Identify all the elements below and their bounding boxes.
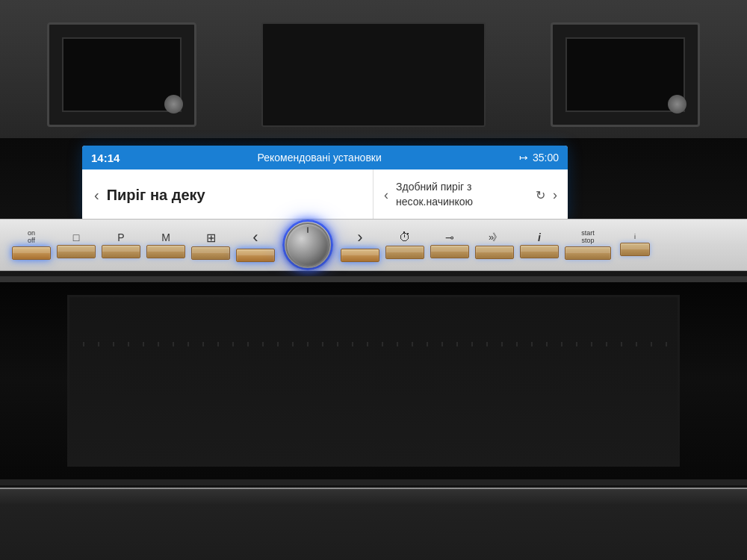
bg-oven-window-right — [565, 37, 685, 112]
left-nav-section: ‹ — [233, 228, 278, 262]
m-led — [146, 245, 185, 258]
p-led — [102, 245, 140, 258]
info-section: i — [517, 231, 562, 258]
m-icon: M — [161, 231, 170, 243]
right-nav-group: › — [341, 228, 379, 262]
p-section: P — [99, 231, 143, 258]
on-off-section: onoff — [9, 230, 54, 260]
square-led — [57, 245, 96, 258]
oven-interior — [67, 295, 680, 467]
clock-section: ⏱ — [382, 231, 427, 259]
start-stop-label: startstop — [581, 230, 595, 245]
display-screen: 14:14 Рекомендовані установки ↦ 35:00 ‹ … — [82, 146, 568, 220]
grid-button[interactable]: ⊞ — [206, 231, 216, 245]
left-nav-led — [236, 249, 275, 262]
background-oven-right — [551, 22, 700, 127]
extra-led — [620, 243, 650, 256]
bg-oven-window — [62, 37, 182, 112]
background-middle-unit — [261, 22, 486, 127]
status-title: Рекомендовані установки — [258, 152, 382, 164]
info-icon: i — [538, 231, 541, 243]
heat-button-group: »》 — [475, 231, 514, 259]
oven-main-body: 14:14 Рекомендовані установки ↦ 35:00 ‹ … — [0, 138, 747, 560]
right-nav-section: › — [338, 228, 382, 262]
heat-button[interactable]: »》 — [489, 231, 500, 244]
info-led — [520, 245, 559, 258]
temperature-knob-container — [278, 219, 338, 271]
oven-rack — [69, 342, 678, 346]
timer-value: 35:00 — [533, 152, 559, 164]
extra-section: i — [617, 234, 653, 256]
status-timer: ↦ 35:00 — [519, 152, 559, 164]
display-main-text: Пиріг на деку — [107, 187, 205, 204]
grid-led — [191, 246, 230, 260]
display-refresh-icon[interactable]: ↻ — [536, 188, 545, 202]
timer-icon: ↦ — [519, 152, 528, 164]
bg-oven-knob-right — [668, 95, 686, 113]
temperature-knob[interactable] — [285, 223, 330, 267]
heat-section: »》 — [472, 231, 517, 259]
background-oven-left — [47, 22, 196, 127]
info-button-group: i — [520, 231, 559, 258]
oven-window-inner — [0, 282, 747, 479]
start-stop-section: startstop — [562, 230, 614, 260]
left-nav-group: ‹ — [236, 228, 275, 262]
grid-section: ⊞ — [188, 231, 233, 260]
extra-label: i — [634, 234, 636, 241]
display-right-chevron[interactable]: › — [553, 187, 557, 203]
square-button-group: □ — [57, 231, 96, 258]
display-left-panel: ‹ Пиріг на деку — [82, 169, 374, 220]
bottom-frame-top — [0, 489, 747, 504]
square-button[interactable]: □ — [73, 231, 79, 243]
oven-window — [0, 276, 747, 485]
status-time: 14:14 — [91, 152, 120, 164]
start-stop-led — [565, 246, 611, 260]
display-content: ‹ Пиріг на деку ‹ Здобний пиріг з несок.… — [82, 169, 568, 220]
right-nav-led — [341, 249, 379, 262]
on-off-label: onoff — [28, 230, 35, 245]
extra-button-group: i — [620, 234, 650, 256]
p-button[interactable]: P — [117, 231, 124, 243]
grid-button-group: ⊞ — [191, 231, 230, 260]
on-off-button[interactable]: onoff — [28, 230, 35, 245]
m-section: M — [143, 231, 188, 258]
display-right-arrow-in[interactable]: ‹ — [384, 187, 388, 203]
clock-button-group: ⏱ — [385, 231, 424, 259]
glass-top-panel: 14:14 Рекомендовані установки ↦ 35:00 ‹ … — [0, 138, 747, 224]
extra-button[interactable]: i — [634, 234, 636, 241]
info-button[interactable]: i — [538, 231, 541, 243]
bottom-section — [0, 489, 747, 560]
display-right-panel: ‹ Здобний пиріг з несок.начинкою ↻ › — [374, 169, 568, 220]
display-sub-text: Здобний пиріг з несок.начинкою — [396, 180, 528, 209]
clock-led — [385, 246, 424, 259]
left-nav-button[interactable]: ‹ — [252, 228, 258, 247]
right-chevron-icon: › — [357, 228, 362, 247]
key-button[interactable]: ⊸ — [445, 231, 454, 243]
start-stop-group: startstop — [565, 230, 611, 260]
background-ovens-area — [0, 0, 747, 149]
p-icon: P — [117, 231, 124, 243]
clock-button[interactable]: ⏱ — [399, 231, 411, 244]
heat-icon: »》 — [489, 231, 500, 244]
clock-icon: ⏱ — [399, 231, 411, 244]
right-nav-button[interactable]: › — [357, 228, 362, 247]
display-left-arrow[interactable]: ‹ — [94, 187, 99, 204]
knob-tick — [307, 227, 309, 233]
m-button[interactable]: M — [161, 231, 170, 243]
grid-icon: ⊞ — [206, 231, 216, 245]
on-off-button-group: onoff — [12, 230, 51, 260]
square-section: □ — [54, 231, 99, 258]
start-stop-button[interactable]: startstop — [581, 230, 595, 245]
heat-led — [475, 246, 514, 259]
key-icon: ⊸ — [445, 231, 454, 243]
key-led — [430, 245, 469, 258]
m-button-group: M — [146, 231, 185, 258]
control-panel: onoff □ P — [0, 219, 747, 271]
p-button-group: P — [102, 231, 140, 258]
key-button-group: ⊸ — [430, 231, 469, 258]
square-icon: □ — [73, 231, 79, 243]
status-bar: 14:14 Рекомендовані установки ↦ 35:00 — [82, 146, 568, 169]
key-section: ⊸ — [427, 231, 472, 258]
on-off-led — [12, 246, 51, 260]
left-chevron-icon: ‹ — [252, 228, 258, 247]
